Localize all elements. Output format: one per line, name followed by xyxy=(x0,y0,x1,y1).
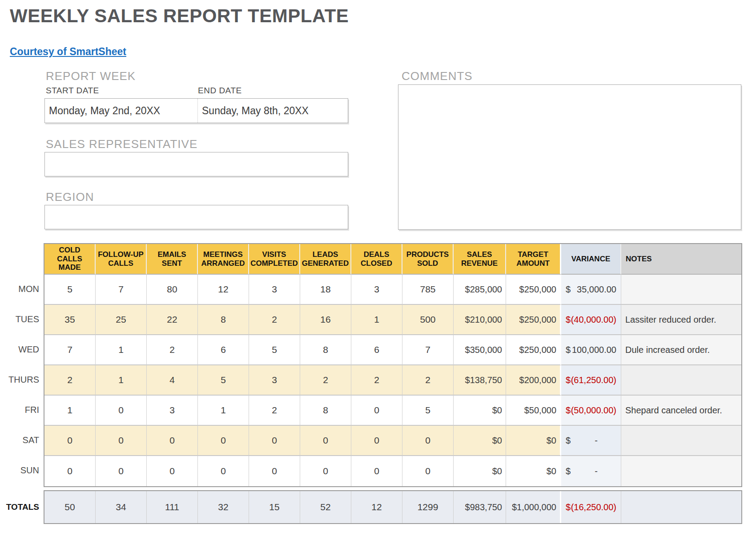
variance-amount: (61,250.00) xyxy=(571,375,616,385)
table-cell: 8 xyxy=(198,305,249,335)
table-cell-sales-revenue: $0 xyxy=(454,426,506,456)
table-cell-target-amount: $200,000 xyxy=(506,365,561,396)
table-cell: 8 xyxy=(300,396,351,426)
table-cell-notes xyxy=(621,426,741,456)
table-row-thurs: 21453222$138,750$200,000$(61,250.00) xyxy=(44,365,741,396)
table-cell-sales-revenue: $983,750 xyxy=(454,491,506,523)
smartsheet-credit-link[interactable]: Courtesy of SmartSheet xyxy=(10,46,126,58)
table-cell: 35 xyxy=(44,305,96,335)
table-cell: 1 xyxy=(96,365,147,396)
table-cell: 0 xyxy=(147,426,198,456)
table-cell: 2 xyxy=(351,365,402,396)
variance-amount: (40,000.00) xyxy=(571,315,616,325)
table-cell-variance: $(40,000.00) xyxy=(561,305,621,335)
table-cell: 0 xyxy=(44,426,96,456)
column-header-meetings-arranged: MEETINGS ARRANGED xyxy=(198,244,249,275)
table-cell: 2 xyxy=(249,305,300,335)
table-cell: 0 xyxy=(402,456,454,486)
table-cell: 3 xyxy=(147,396,198,426)
table-cell: 22 xyxy=(147,305,198,335)
sales-table: MONTUESWEDTHURSFRISATSUN COLD CALLS MADE… xyxy=(0,243,742,487)
column-header-deals-closed: DEALS CLOSED xyxy=(351,244,402,275)
table-cell: 6 xyxy=(351,335,402,365)
column-header-notes: NOTES xyxy=(621,244,741,275)
table-row-totals: 5034111321552121299$983,750$1,000,000$(1… xyxy=(44,491,741,523)
table-row-fri: 10312805$0$50,000$(50,000.00)Shepard can… xyxy=(44,396,741,426)
table-cell: 0 xyxy=(198,426,249,456)
table-cell-target-amount: $250,000 xyxy=(506,305,561,335)
column-header-follow-up-calls: FOLLOW-UP CALLS xyxy=(96,244,147,275)
comments-field[interactable] xyxy=(398,84,741,230)
table-cell: 8 xyxy=(300,335,351,365)
table-cell: 50 xyxy=(44,491,96,523)
table-cell-notes xyxy=(621,365,741,396)
table-cell-notes: Lassiter reduced order. xyxy=(621,305,741,335)
table-cell-variance: $(16,250.00) xyxy=(561,491,621,523)
end-date-field[interactable]: Sunday, May 8th, 20XX xyxy=(197,99,348,123)
region-field[interactable] xyxy=(44,205,348,229)
sales-table-grid: COLD CALLS MADEFOLLOW-UP CALLSEMAILS SEN… xyxy=(44,243,742,487)
variance-amount: (50,000.00) xyxy=(571,405,616,416)
table-cell: 0 xyxy=(351,396,402,426)
table-cell: 1 xyxy=(351,305,402,335)
table-row-wed: 71265867$350,000$250,000$100,000.00Dule … xyxy=(44,335,741,365)
table-header-row: COLD CALLS MADEFOLLOW-UP CALLSEMAILS SEN… xyxy=(44,244,741,275)
table-cell-sales-revenue: $350,000 xyxy=(454,335,506,365)
table-row-sat: 00000000$0$0$- xyxy=(44,426,741,456)
currency-symbol: $ xyxy=(566,502,571,512)
column-header-sales-revenue: SALES REVENUE xyxy=(454,244,506,275)
table-cell-variance: $100,000.00 xyxy=(561,335,621,365)
row-label-fri: FRI xyxy=(0,395,44,425)
table-cell: 2 xyxy=(44,365,96,396)
table-cell: 2 xyxy=(402,365,454,396)
table-cell-variance: $35,000.00 xyxy=(561,275,621,305)
table-cell: 5 xyxy=(402,396,454,426)
table-cell: 2 xyxy=(300,365,351,396)
row-label-mon: MON xyxy=(0,274,44,304)
table-cell: 0 xyxy=(249,426,300,456)
variance-amount: - xyxy=(595,436,616,446)
table-cell: 16 xyxy=(300,305,351,335)
table-cell-notes: Shepard canceled order. xyxy=(621,396,741,426)
table-cell: 7 xyxy=(44,335,96,365)
currency-symbol: $ xyxy=(566,284,571,295)
table-cell: 7 xyxy=(96,275,147,305)
table-cell: 52 xyxy=(300,491,351,523)
table-cell: 0 xyxy=(300,456,351,486)
report-week-dates: Monday, May 2nd, 20XX Sunday, May 8th, 2… xyxy=(44,98,348,123)
currency-symbol: $ xyxy=(566,405,571,416)
currency-symbol: $ xyxy=(566,315,571,325)
end-date-label: END DATE xyxy=(198,86,242,96)
table-cell-notes: Dule increased order. xyxy=(621,335,741,365)
table-cell: 12 xyxy=(198,275,249,305)
table-cell: 0 xyxy=(249,456,300,486)
column-header-visits-completed: VISITS COMPLETED xyxy=(249,244,300,275)
start-date-field[interactable]: Monday, May 2nd, 20XX xyxy=(45,99,197,123)
table-cell: 25 xyxy=(96,305,147,335)
currency-symbol: $ xyxy=(566,375,571,385)
table-cell: 111 xyxy=(147,491,198,523)
sales-representative-label: SALES REPRESENTATIVE xyxy=(46,137,197,151)
column-header-products-sold: PRODUCTS SOLD xyxy=(402,244,454,275)
page-title: WEEKLY SALES REPORT TEMPLATE xyxy=(10,5,349,27)
table-row-tues: 35252282161500$210,000$250,000$(40,000.0… xyxy=(44,305,741,335)
table-cell: 2 xyxy=(249,396,300,426)
table-cell: 0 xyxy=(300,426,351,456)
table-cell-variance: $(50,000.00) xyxy=(561,396,621,426)
sales-representative-field[interactable] xyxy=(44,152,348,176)
column-header-leads-generated: LEADS GENERATED xyxy=(300,244,351,275)
variance-amount: 35,000.00 xyxy=(577,284,616,295)
currency-symbol: $ xyxy=(566,466,571,476)
table-cell: 6 xyxy=(198,335,249,365)
table-cell-sales-revenue: $210,000 xyxy=(454,305,506,335)
totals-section: TOTALS 5034111321552121299$983,750$1,000… xyxy=(0,490,742,524)
table-cell: 0 xyxy=(351,426,402,456)
currency-symbol: $ xyxy=(566,345,571,355)
table-cell: 0 xyxy=(198,456,249,486)
table-cell-target-amount: $250,000 xyxy=(506,335,561,365)
comments-label: COMMENTS xyxy=(402,69,473,83)
table-cell: 1299 xyxy=(402,491,454,523)
variance-amount: 100,000.00 xyxy=(572,345,616,355)
table-cell: 3 xyxy=(351,275,402,305)
table-cell-notes xyxy=(621,491,741,523)
